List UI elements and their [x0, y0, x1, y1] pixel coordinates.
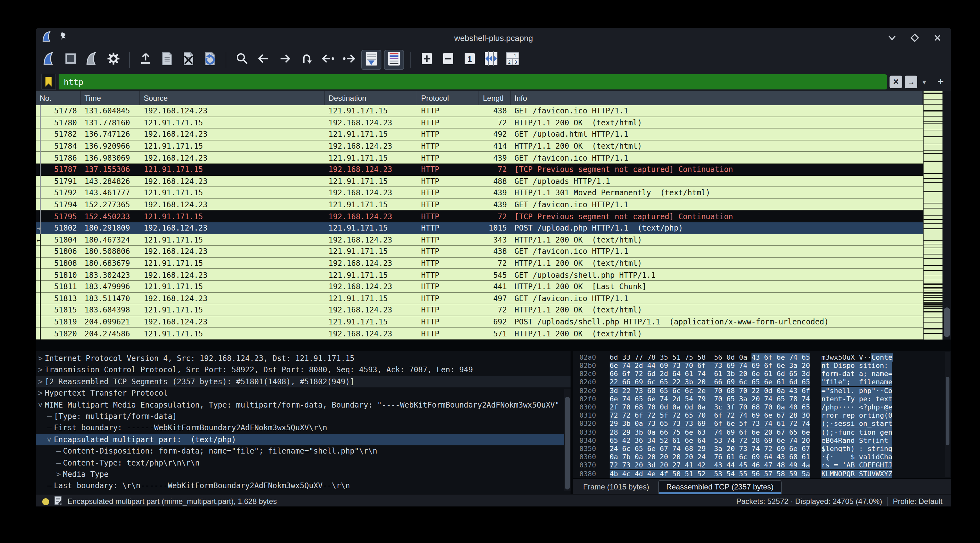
packet-row[interactable]: 51808180.683679121.91.171.15192.168.124.… [36, 257, 923, 269]
find-packet-button[interactable] [232, 51, 251, 69]
capture-options-button[interactable] [104, 51, 123, 69]
hex-row[interactable]: 02d022 66 69 6c 65 22 3b 20 66 69 6c 65 … [579, 378, 951, 386]
hex-row[interactable]: 02a06d 33 77 78 35 51 75 58 56 0d 0a 43 … [579, 353, 951, 362]
close-button[interactable] [932, 33, 942, 43]
hex-row[interactable]: 02c066 6f 72 6d 2d 64 61 74 61 3b 20 6e … [579, 370, 951, 378]
collapsed-chevron-icon[interactable]: > [36, 377, 45, 386]
packet-row[interactable]: 51778131.604845192.168.124.23121.91.171.… [36, 105, 923, 117]
packet-row[interactable]: 51787137.155306121.91.171.15192.168.124.… [36, 164, 923, 175]
open-file-button[interactable] [136, 51, 155, 69]
packet-row[interactable]: 51820204.274586121.91.171.15192.168.124.… [36, 328, 923, 340]
hex-row[interactable]: 033028 29 3b 0a 66 75 6e 63 74 69 6f 6e … [579, 428, 951, 436]
pane-splitter[interactable] [36, 340, 951, 351]
details-scrollbar[interactable] [564, 389, 571, 491]
column-header-destination[interactable]: Destination [325, 91, 417, 105]
column-header-time[interactable]: Time [81, 91, 140, 105]
packet-row[interactable]: 51811183.479996121.91.171.15192.168.124.… [36, 281, 923, 292]
bytes-tab-frame[interactable]: Frame (1015 bytes) [576, 481, 657, 494]
detail-tree-item[interactable]: >Transmission Control Protocol, Src Port… [36, 364, 571, 376]
hex-row[interactable]: 02b06e 74 2d 44 69 73 70 6f 73 69 74 69 … [579, 362, 951, 370]
stop-capture-button[interactable] [61, 51, 80, 69]
packet-list-header[interactable]: No.TimeSourceDestinationProtocolLengtlIn… [36, 91, 923, 105]
hex-row[interactable]: 03804b 4c 4d 4e 4f 50 51 52 53 54 55 56 … [579, 470, 951, 478]
detail-tree-item[interactable]: >Encapsulated multipart part: (text/php) [36, 434, 571, 445]
expert-info-icon[interactable] [42, 498, 49, 505]
packet-row[interactable]: 51806180.508806192.168.124.23121.91.171.… [36, 246, 923, 257]
packet-row[interactable]: 51815183.684398121.91.171.15192.168.124.… [36, 304, 923, 316]
packet-row[interactable]: 51813183.511470192.168.124.23121.91.171.… [36, 292, 923, 304]
expanded-chevron-icon[interactable]: > [36, 400, 45, 409]
details-hex-splitter[interactable] [571, 351, 573, 494]
status-profile[interactable]: Profile: Default [893, 497, 945, 506]
detail-tree-item[interactable]: –First boundary: ------WebKitFormBoundar… [36, 422, 571, 434]
column-header-protocol[interactable]: Protocol [417, 91, 479, 105]
detail-tree-item[interactable]: >Hypertext Transfer Protocol [36, 387, 571, 399]
save-file-button[interactable] [158, 51, 177, 69]
bytes-tab-reassembled-tcp[interactable]: Reassembled TCP (2357 bytes) [658, 480, 782, 494]
close-file-button[interactable] [179, 51, 198, 69]
detail-tree-item[interactable]: –[Type: multipart/form-data] [36, 411, 571, 422]
filter-bookmark-icon[interactable] [41, 74, 56, 90]
restart-capture-button[interactable] [83, 51, 102, 69]
hex-row[interactable]: 035024 6c 65 6e 67 74 68 29 3a 20 73 74 … [579, 445, 951, 453]
scrollbar-thumb[interactable] [944, 307, 950, 337]
packet-row[interactable]: 51780131.778160121.91.171.15192.168.124.… [36, 117, 923, 129]
packet-row[interactable]: 51810183.302423192.168.124.23121.91.171.… [36, 269, 923, 281]
minimize-button[interactable] [887, 33, 897, 43]
zoom-original-button[interactable]: 1 [460, 51, 479, 69]
packet-row[interactable]: 51819204.099621192.168.124.23121.91.171.… [36, 316, 923, 327]
hex-row[interactable]: 031072 72 6f 72 5f 72 65 70 6f 72 74 69 … [579, 411, 951, 419]
packet-row[interactable]: 51794152.277365192.168.124.23121.91.171.… [36, 199, 923, 211]
hex-scrollbar[interactable] [945, 352, 950, 477]
packet-row[interactable]: 51791143.284826192.168.124.23121.91.171.… [36, 175, 923, 187]
collapsed-chevron-icon[interactable]: > [36, 354, 45, 363]
capture-comment-icon[interactable] [54, 496, 62, 506]
hex-row[interactable]: 037072 73 20 3d 20 27 41 42 43 44 45 46 … [579, 461, 951, 470]
hex-row[interactable]: 02e03d 22 73 68 65 6c 6c 2e 70 68 70 22 … [579, 386, 951, 395]
collapsed-chevron-icon[interactable]: > [36, 366, 45, 375]
packet-row[interactable]: 51792143.461777121.91.171.15192.168.124.… [36, 187, 923, 199]
detail-tree-item[interactable]: >Internet Protocol Version 4, Src: 192.1… [36, 353, 571, 364]
previous-packet-button[interactable] [318, 51, 337, 69]
detail-tree-item[interactable]: >MIME Multipart Media Encapsulation, Typ… [36, 399, 571, 411]
go-to-packet-button[interactable] [297, 51, 316, 69]
zoom-in-button[interactable] [417, 51, 436, 69]
colorize-button[interactable] [384, 50, 404, 70]
titlebar[interactable]: webshell-plus.pcapng [36, 29, 951, 47]
next-packet-button[interactable] [340, 51, 359, 69]
collapsed-chevron-icon[interactable]: > [36, 389, 45, 397]
packet-row[interactable]: 51786136.983069192.168.124.23121.91.171.… [36, 152, 923, 164]
packet-row[interactable]: 51795152.450233121.91.171.15192.168.124.… [36, 211, 923, 222]
detail-tree-item[interactable]: –Content-Type: text/php\r\n\r\n [36, 457, 571, 469]
auto-scroll-button[interactable] [361, 50, 382, 70]
filter-dropdown-caret[interactable]: ▼ [921, 78, 928, 85]
hex-row[interactable]: 03002f 70 68 70 0d 0a 0d 0a 3c 3f 70 68 … [579, 403, 951, 411]
detail-tree-item[interactable]: >Media Type [36, 469, 571, 480]
column-header-lengtl[interactable]: Lengtl [479, 91, 511, 105]
detail-tree-item[interactable]: –Last boundary: \r\n------WebKitFormBoun… [36, 480, 571, 492]
go-forward-button[interactable] [275, 51, 294, 69]
layout-button[interactable]: 123 [503, 51, 522, 69]
go-back-button[interactable] [254, 51, 273, 69]
packet-row[interactable]: ←51804180.467324121.91.171.15192.168.124… [36, 234, 923, 246]
packet-row[interactable]: 51782136.747126192.168.124.23121.91.171.… [36, 129, 923, 140]
hex-row[interactable]: 034065 42 36 34 52 61 6e 64 53 74 72 28 … [579, 437, 951, 445]
start-capture-button[interactable] [40, 51, 59, 69]
expanded-chevron-icon[interactable]: > [45, 435, 54, 444]
maximize-button[interactable] [910, 33, 920, 43]
hex-dump[interactable]: 02a06d 33 77 78 35 51 75 58 56 0d 0a 43 … [573, 351, 951, 478]
column-header-info[interactable]: Info [511, 91, 923, 105]
detail-tree-item[interactable]: >[2 Reassembled TCP Segments (2357 bytes… [36, 376, 571, 387]
pin-icon[interactable] [59, 32, 67, 44]
filter-apply-button[interactable]: → [905, 76, 917, 88]
packet-row[interactable]: 51784136.920966121.91.171.15192.168.124.… [36, 140, 923, 152]
display-filter-input[interactable] [59, 74, 887, 89]
hex-row[interactable]: 02f06e 74 65 6e 74 2d 54 79 70 65 3a 20 … [579, 395, 951, 403]
packet-list-minimap[interactable] [923, 91, 942, 340]
column-header-source[interactable]: Source [140, 91, 325, 105]
filter-add-button[interactable]: + [937, 76, 944, 88]
hex-row[interactable]: 03600a 7b 0a 20 20 20 20 24 76 61 6c 69 … [579, 453, 951, 461]
reload-file-button[interactable] [200, 51, 220, 69]
collapsed-chevron-icon[interactable]: > [54, 470, 63, 479]
packet-list-scrollbar[interactable] [942, 91, 951, 340]
